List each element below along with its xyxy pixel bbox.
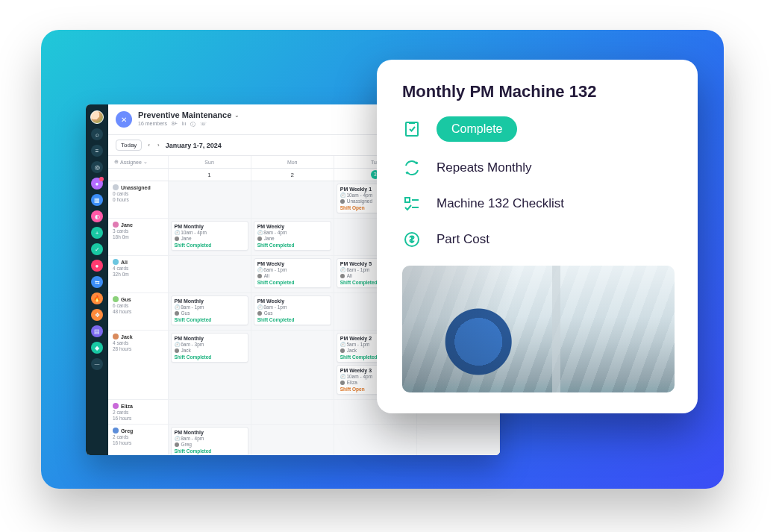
shift-card[interactable]: PM Monthly 8am - 4pm Greg Shift Complete…	[171, 427, 248, 455]
assignee-row[interactable]: Ali 4 cards32h 0m	[108, 256, 168, 293]
check-icon[interactable]: ✓	[91, 243, 103, 255]
calendar-cell[interactable]	[168, 256, 251, 293]
col-sun: Sun	[168, 156, 251, 169]
date-range[interactable]: January 1-7, 2024	[166, 142, 222, 149]
target-icon[interactable]: ◎	[91, 161, 103, 173]
calendar-cell[interactable]: PM Weekly 6am - 1pm Ali Shift Completed	[251, 256, 334, 293]
assignee-row[interactable]: Unassigned 0 cards0 hours	[108, 181, 168, 219]
megaphone-icon[interactable]: ◐	[91, 210, 103, 222]
shift-card[interactable]: PM Monthly 10am - 4pm Jane Shift Complet…	[171, 221, 248, 251]
dot-icon[interactable]: ●	[91, 260, 103, 272]
prev-arrow-icon[interactable]: ‹	[146, 142, 151, 148]
user-avatar[interactable]	[90, 110, 104, 124]
calendar-cell[interactable]	[168, 400, 251, 425]
shift-card[interactable]: PM Weekly 8am - 4pm Jane Shift Completed	[254, 221, 331, 251]
svg-rect-1	[405, 198, 410, 202]
svg-rect-0	[406, 122, 418, 136]
detail-card: Monthly PM Machine 132 Complete Repeats …	[377, 60, 698, 413]
assignee-row[interactable]: Gus 6 cards48 hours	[108, 293, 168, 331]
assignee-row[interactable]: Eliza 2 cards16 hours	[108, 400, 168, 425]
repeats-label: Repeats Monthly	[437, 160, 532, 175]
col-mon: Mon	[251, 156, 334, 169]
search-icon[interactable]: ⌕	[91, 128, 103, 140]
board-icon[interactable]: ✕	[116, 111, 132, 128]
filter-icon[interactable]: ≡	[91, 145, 103, 157]
calendar-cell[interactable]: PM Weekly 8am - 1pm Gus Shift Completed	[251, 293, 334, 331]
daynum-1: 1	[168, 169, 251, 181]
app-sidebar: ⌕≡◎●▦◐+✓●⇆🔥❖▤◆⋯	[86, 104, 108, 455]
part-cost-label[interactable]: Part Cost	[437, 232, 489, 247]
calendar-cell[interactable]	[416, 425, 499, 456]
machine-photo[interactable]	[402, 266, 675, 392]
calendar-cell[interactable]	[251, 331, 334, 400]
calendar-cell[interactable]	[251, 425, 334, 456]
assignee-row[interactable]: Jack 4 sards28 hours	[108, 331, 168, 400]
more-icon[interactable]: ⋯	[91, 358, 103, 370]
flame-icon[interactable]: 🔥	[91, 292, 103, 304]
calendar-cell[interactable]: PM Monthly 8am - 4pm Greg Shift Complete…	[168, 425, 251, 456]
board-subtitle: 16 members 8+ lıı ⓘ ☏	[138, 121, 240, 128]
calendar-cell[interactable]: PM Monthly 8am - 1pm Gus Shift Completed	[168, 293, 251, 331]
calendar-cell[interactable]: PM Monthly 6am - 3pm Jack Shift Complete…	[168, 331, 251, 400]
calendar-cell[interactable]	[168, 181, 251, 219]
today-button[interactable]: Today	[116, 140, 142, 151]
checklist-label[interactable]: Machine 132 Checklist	[437, 196, 564, 211]
calendar-cell[interactable]: PM Monthly 10am - 4pm Jane Shift Complet…	[168, 219, 251, 256]
shift-card[interactable]: PM Weekly 8am - 1pm Gus Shift Completed	[254, 295, 331, 325]
checklist-icon	[402, 194, 422, 213]
stage-background: ⌕≡◎●▦◐+✓●⇆🔥❖▤◆⋯ ✕ Preventive Maintenance…	[41, 30, 724, 489]
shift-card[interactable]: PM Monthly 8am - 1pm Gus Shift Completed	[171, 295, 248, 325]
chat-icon[interactable]: ●	[91, 178, 103, 190]
calendar-cell[interactable]	[334, 425, 416, 456]
board-title[interactable]: Preventive Maintenance	[138, 110, 231, 119]
repeat-icon	[402, 158, 422, 178]
calendar-cell[interactable]	[251, 400, 334, 425]
daynum-2: 2	[251, 169, 334, 181]
status-complete-pill[interactable]: Complete	[437, 116, 517, 142]
calendar-icon[interactable]: ▦	[91, 194, 103, 206]
grid-icon[interactable]: ▤	[91, 325, 103, 337]
shift-card[interactable]: PM Weekly 6am - 1pm Ali Shift Completed	[254, 258, 331, 288]
dollar-icon	[402, 230, 422, 249]
leaf-icon[interactable]: ❖	[91, 309, 103, 321]
shift-card[interactable]: PM Monthly 6am - 3pm Jack Shift Complete…	[171, 333, 248, 363]
clipboard-check-icon	[402, 119, 422, 139]
calendar-cell[interactable]: PM Weekly 8am - 4pm Jane Shift Completed	[251, 219, 334, 256]
cube-icon[interactable]: ◆	[91, 342, 103, 354]
detail-title: Monthly PM Machine 132	[402, 82, 672, 101]
calendar-cell[interactable]	[251, 181, 334, 219]
assignee-row[interactable]: Jane 3 cards18h 0m	[108, 219, 168, 256]
assignee-header[interactable]: ⊕ Assignee ⌄	[108, 156, 168, 169]
next-arrow-icon[interactable]: ›	[156, 142, 161, 148]
chevron-down-icon[interactable]: ⌄	[234, 112, 240, 119]
swap-icon[interactable]: ⇆	[91, 276, 103, 288]
plus-icon[interactable]: +	[91, 227, 103, 239]
assignee-row[interactable]: Greg 2 cards16 hours	[108, 425, 168, 456]
